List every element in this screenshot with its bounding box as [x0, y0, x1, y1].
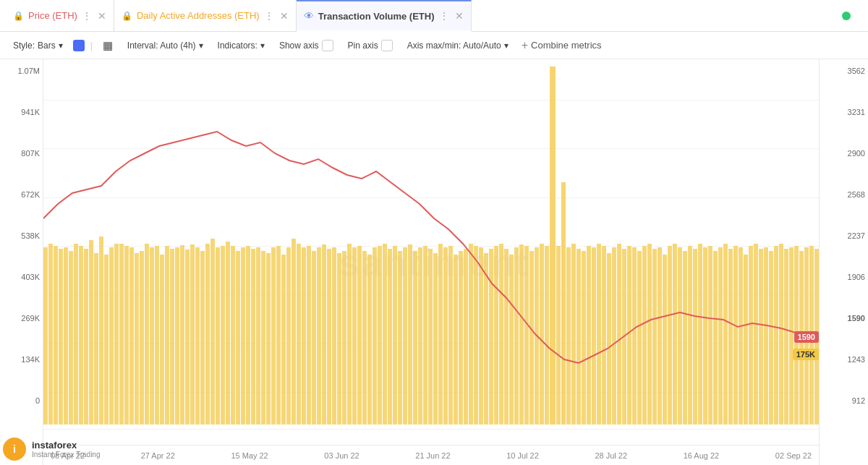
svg-text:i: i — [13, 443, 16, 455]
svg-rect-90 — [494, 246, 498, 425]
svg-rect-141 — [754, 244, 758, 425]
svg-rect-125 — [673, 244, 677, 425]
combine-metrics-label: Combine metrics — [531, 40, 602, 51]
logo-sub: Instant Forex Trading — [32, 451, 101, 458]
chart-type-icon[interactable]: ▦ — [98, 38, 117, 54]
svg-rect-62 — [352, 247, 357, 425]
svg-rect-56 — [322, 244, 326, 425]
status-dot — [842, 12, 851, 20]
interval-selector[interactable]: Interval: Auto (4h) ▾ — [123, 39, 208, 52]
volume-badge: 175K — [793, 349, 819, 360]
tab-volume-close[interactable]: ✕ — [455, 10, 464, 22]
svg-rect-29 — [185, 249, 190, 425]
svg-rect-6 — [69, 251, 73, 425]
style-selector[interactable]: Style: Bars ▾ — [9, 39, 67, 52]
svg-rect-139 — [744, 255, 748, 425]
show-axis-toggle[interactable]: Show axis — [275, 38, 338, 53]
y-left-label-9: 0 — [3, 396, 40, 405]
svg-rect-128 — [688, 246, 692, 425]
svg-rect-97 — [529, 251, 534, 425]
show-axis-checkbox[interactable] — [322, 40, 333, 51]
svg-rect-42 — [251, 249, 255, 425]
svg-rect-43 — [256, 247, 260, 425]
svg-rect-106 — [576, 249, 581, 425]
tab-price[interactable]: 🔒 Price (ETH) ⋮ ✕ — [6, 0, 114, 32]
x-label-7: 28 Jul 22 — [595, 451, 627, 460]
svg-rect-4 — [59, 249, 63, 425]
svg-rect-132 — [708, 246, 712, 425]
svg-rect-117 — [632, 247, 637, 425]
tab-volume[interactable]: 👁 Transaction Volume (ETH) ⋮ ✕ — [297, 0, 472, 32]
y-right-label-5: 2237 — [822, 231, 865, 240]
indicators-selector[interactable]: Indicators: ▾ — [213, 39, 269, 52]
svg-rect-92 — [504, 249, 509, 425]
y-axis-right: 3562 3231 2900 2568 2237 1906 1590 1243 … — [819, 59, 868, 465]
svg-rect-50 — [292, 239, 296, 425]
tab-addresses-label: Daily Active Addresses (ETH) — [137, 10, 260, 21]
color-swatch[interactable] — [73, 40, 85, 51]
chevron-down-icon: ▾ — [59, 40, 63, 51]
tab-price-menu[interactable]: ⋮ — [82, 10, 92, 22]
svg-rect-11 — [94, 253, 98, 425]
tab-volume-menu[interactable]: ⋮ — [439, 10, 449, 22]
eye-icon: 👁 — [304, 10, 314, 22]
lock-icon-2: 🔒 — [122, 11, 132, 21]
tab-price-label: Price (ETH) — [28, 10, 77, 21]
svg-rect-3 — [54, 246, 58, 425]
plus-icon: + — [522, 39, 528, 52]
svg-rect-123 — [663, 255, 667, 425]
pin-axis-checkbox[interactable] — [381, 40, 393, 51]
tab-price-close[interactable]: ✕ — [98, 10, 106, 22]
svg-rect-80 — [443, 247, 448, 425]
svg-rect-38 — [231, 246, 235, 425]
tab-volume-label: Transaction Volume (ETH) — [318, 11, 435, 22]
y-left-label-6: 403K — [3, 273, 40, 281]
y-right-label-2: 3231 — [822, 108, 865, 116]
x-label-9: 02 Sep 22 — [775, 451, 812, 460]
tabs-bar: 🔒 Price (ETH) ⋮ ✕ 🔒 Daily Active Address… — [0, 0, 868, 32]
x-label-6: 10 Jul 22 — [506, 451, 539, 460]
combine-metrics-button[interactable]: + Combine metrics — [522, 39, 602, 52]
svg-rect-89 — [489, 249, 493, 425]
y-left-label-2: 941K — [3, 108, 40, 116]
svg-rect-35 — [216, 247, 220, 425]
y-left-label-3: 807K — [3, 149, 40, 158]
tab-addresses-menu[interactable]: ⋮ — [264, 10, 274, 22]
svg-rect-119 — [642, 246, 647, 425]
svg-rect-49 — [286, 247, 291, 425]
svg-rect-145 — [774, 246, 778, 425]
svg-rect-144 — [769, 251, 773, 425]
x-label-4: 03 Jun 22 — [324, 451, 359, 460]
svg-rect-30 — [190, 244, 195, 425]
svg-rect-5 — [64, 247, 68, 425]
svg-rect-33 — [205, 244, 210, 425]
svg-rect-13 — [104, 255, 109, 425]
y-right-label-7: 1590 — [822, 314, 865, 323]
svg-rect-95 — [519, 244, 524, 425]
style-label: Style: — [13, 40, 35, 51]
tab-addresses[interactable]: 🔒 Daily Active Addresses (ETH) ⋮ ✕ — [114, 0, 297, 32]
y-right-label-6: 1906 — [822, 273, 865, 281]
svg-rect-111 — [602, 246, 606, 425]
svg-rect-23 — [155, 246, 159, 425]
svg-rect-134 — [718, 247, 723, 425]
axis-maxmin-selector[interactable]: Axis max/min: Auto/Auto ▾ — [403, 39, 513, 52]
svg-rect-59 — [337, 253, 341, 425]
svg-rect-26 — [170, 249, 174, 425]
svg-rect-68 — [383, 244, 387, 425]
pin-axis-toggle[interactable]: Pin axis — [344, 38, 397, 53]
svg-rect-66 — [373, 247, 377, 425]
svg-rect-47 — [276, 246, 281, 425]
tab-addresses-close[interactable]: ✕ — [280, 10, 289, 22]
svg-rect-135 — [723, 244, 728, 425]
svg-rect-118 — [637, 251, 642, 425]
svg-rect-21 — [145, 244, 149, 425]
svg-rect-102 — [556, 246, 561, 425]
svg-rect-148 — [789, 247, 793, 425]
indicators-chevron: ▾ — [260, 40, 265, 51]
svg-rect-1 — [43, 247, 48, 425]
svg-rect-25 — [165, 246, 169, 425]
svg-rect-105 — [571, 244, 576, 425]
svg-rect-136 — [728, 249, 733, 425]
svg-rect-131 — [703, 247, 707, 425]
